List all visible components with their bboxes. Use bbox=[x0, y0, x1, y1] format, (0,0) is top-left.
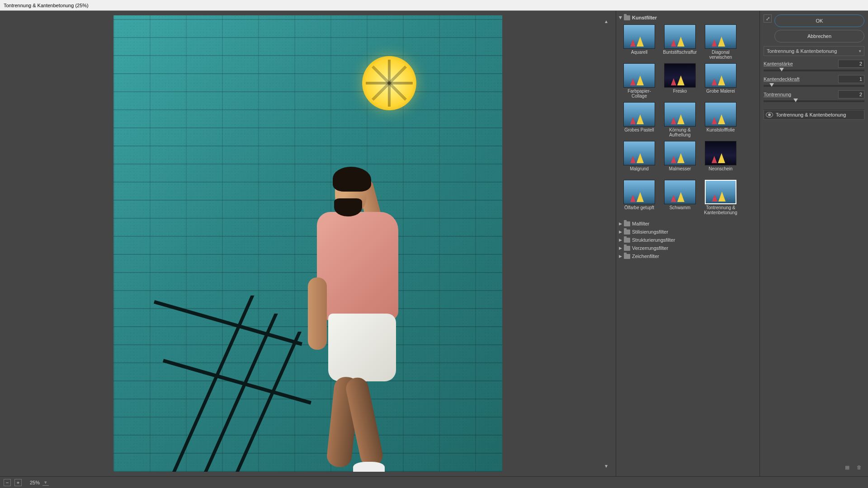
category-label: Verzerrungsfilter bbox=[632, 245, 668, 251]
kantenstaerke-slider[interactable] bbox=[764, 70, 864, 71]
window-titlebar: Tontrennung & Kantenbetonung (25%) bbox=[0, 0, 868, 11]
filter-gallery-panel: ▶ Kunstfilter AquarellBuntstiftschraffur… bbox=[616, 11, 760, 476]
thumbnail-image bbox=[623, 63, 655, 88]
disclosure-triangle-icon: ▶ bbox=[618, 16, 623, 19]
thumbnail-label: Diagonal verwischen bbox=[702, 50, 739, 60]
window-title: Tontrennung & Kantenbetonung (25%) bbox=[4, 3, 89, 8]
thumbnail-image bbox=[705, 24, 736, 49]
folder-icon bbox=[624, 238, 630, 243]
thumbnail-image bbox=[623, 180, 655, 204]
scroll-up-arrow[interactable]: ▲ bbox=[603, 18, 609, 24]
thumbnail-label: Farbpapier-Collage bbox=[621, 89, 658, 99]
thumbnail-image bbox=[664, 24, 696, 49]
tontrennung-input[interactable] bbox=[838, 90, 864, 99]
chevron-down-icon: ▾ bbox=[859, 49, 861, 53]
thumbnail-label: Aquarell bbox=[631, 50, 648, 60]
folder-icon bbox=[624, 246, 630, 251]
filter-thumbnail[interactable]: Malmesser bbox=[661, 141, 698, 176]
thumbnail-label: Grobes Pastell bbox=[624, 127, 654, 137]
disclosure-triangle-icon: ▶ bbox=[619, 221, 622, 226]
folder-icon bbox=[624, 230, 630, 235]
thumbnail-image bbox=[664, 180, 696, 204]
filter-select-value: Tontrennung & Kantenbetonung bbox=[767, 48, 837, 54]
kantendeckkraft-slider[interactable] bbox=[764, 85, 864, 87]
effect-layer-row[interactable]: Tontrennung & Kantenbetonung bbox=[764, 110, 864, 120]
category-row[interactable]: ▶Verzerrungsfilter bbox=[619, 244, 757, 252]
thumbnail-label: Ölfarbe getupft bbox=[624, 205, 654, 215]
category-kunstfilter[interactable]: ▶ Kunstfilter bbox=[619, 14, 757, 22]
settings-panel: ⤢ OK Abbrechen Tontrennung & Kantenbeton… bbox=[760, 11, 868, 476]
kantenstaerke-input[interactable] bbox=[838, 60, 864, 68]
filter-thumbnail[interactable]: Malgrund bbox=[621, 141, 658, 176]
filter-thumbnail[interactable]: Neonschein bbox=[702, 141, 739, 176]
filter-select-dropdown[interactable]: Tontrennung & Kantenbetonung ▾ bbox=[764, 46, 864, 56]
filter-thumbnail[interactable]: Ölfarbe getupft bbox=[621, 180, 658, 215]
disclosure-triangle-icon: ▶ bbox=[619, 230, 622, 234]
kantendeckkraft-input[interactable] bbox=[838, 75, 864, 83]
category-label: Strukturierungsfilter bbox=[632, 237, 675, 243]
thumbnail-image bbox=[664, 63, 696, 88]
thumbnail-label: Malgrund bbox=[630, 166, 649, 176]
folder-icon bbox=[624, 254, 630, 259]
thumbnail-image bbox=[623, 141, 655, 165]
cancel-button[interactable]: Abbrechen bbox=[774, 30, 864, 42]
thumbnail-label: Tontrennung & Kantenbetonung bbox=[702, 205, 739, 215]
effect-layers-panel: Tontrennung & Kantenbetonung bbox=[764, 109, 864, 458]
thumbnail-label: Schwamm bbox=[670, 205, 691, 215]
thumbnail-label: Neonschein bbox=[709, 166, 733, 176]
filter-thumbnail[interactable]: Fresko bbox=[661, 63, 698, 99]
category-row[interactable]: ▶Stilisierungsfilter bbox=[619, 228, 757, 236]
thumbnail-label: Fresko bbox=[673, 89, 687, 99]
filter-thumbnail[interactable]: Körnung & Aufhellung bbox=[661, 102, 698, 137]
thumbnail-image bbox=[664, 141, 696, 165]
tontrennung-slider[interactable] bbox=[764, 100, 864, 102]
preview-image[interactable] bbox=[113, 15, 502, 472]
param-label: Kantenstärke bbox=[764, 61, 793, 66]
new-layer-icon[interactable]: ▦ bbox=[844, 464, 851, 471]
folder-icon bbox=[624, 15, 630, 20]
filter-thumbnail[interactable]: Kunststofffolie bbox=[702, 102, 739, 137]
disclosure-triangle-icon: ▶ bbox=[619, 246, 622, 250]
ok-button[interactable]: OK bbox=[774, 14, 864, 27]
zoom-in-button[interactable]: + bbox=[14, 479, 22, 486]
preview-area: ▲ bbox=[0, 11, 616, 476]
thumbnail-image bbox=[705, 102, 736, 127]
thumbnail-image bbox=[623, 24, 655, 49]
category-row[interactable]: ▶Malfilter bbox=[619, 220, 757, 228]
category-label: Zeichenfilter bbox=[632, 253, 659, 259]
zoom-level: 25% bbox=[30, 480, 40, 485]
category-row[interactable]: ▶Strukturierungsfilter bbox=[619, 236, 757, 244]
visibility-eye-icon[interactable] bbox=[766, 112, 773, 117]
param-kantenstaerke: Kantenstärke bbox=[764, 60, 864, 71]
category-label: Stilisierungsfilter bbox=[632, 229, 668, 235]
thumbnail-image bbox=[664, 102, 696, 127]
zoom-out-button[interactable]: − bbox=[4, 479, 11, 486]
expand-collapse-icon[interactable]: ⤢ bbox=[764, 14, 772, 23]
filter-thumbnail[interactable]: Aquarell bbox=[621, 24, 658, 60]
category-row[interactable]: ▶Zeichenfilter bbox=[619, 252, 757, 260]
thumbnail-label: Malmesser bbox=[669, 166, 691, 176]
thumbnail-image bbox=[623, 102, 655, 127]
category-label: Kunstfilter bbox=[632, 15, 657, 20]
scroll-down-arrow[interactable]: ▼ bbox=[603, 463, 609, 469]
param-label: Tontrennung bbox=[764, 92, 791, 97]
filter-thumbnail[interactable]: Buntstiftschraffur bbox=[661, 24, 698, 60]
filter-thumbnail[interactable]: Schwamm bbox=[661, 180, 698, 215]
category-label: Malfilter bbox=[632, 221, 650, 226]
thumbnail-label: Buntstiftschraffur bbox=[663, 50, 697, 60]
param-tontrennung: Tontrennung bbox=[764, 90, 864, 102]
thumbnail-grid: AquarellBuntstiftschraffurDiagonal verwi… bbox=[619, 22, 757, 220]
filter-thumbnail[interactable]: Diagonal verwischen bbox=[702, 24, 739, 60]
disclosure-triangle-icon: ▶ bbox=[619, 238, 622, 242]
filter-thumbnail[interactable]: Grobe Malerei bbox=[702, 63, 739, 99]
thumbnail-image bbox=[705, 141, 736, 165]
disclosure-triangle-icon: ▶ bbox=[619, 254, 622, 258]
filter-thumbnail[interactable]: Farbpapier-Collage bbox=[621, 63, 658, 99]
filter-thumbnail[interactable]: Grobes Pastell bbox=[621, 102, 658, 137]
filter-thumbnail[interactable]: Tontrennung & Kantenbetonung bbox=[702, 180, 739, 215]
thumbnail-image bbox=[705, 63, 736, 88]
zoom-dropdown-icon[interactable]: ▾ bbox=[42, 479, 49, 486]
effect-layer-label: Tontrennung & Kantenbetonung bbox=[776, 112, 846, 117]
bottom-toolbar: − + 25% ▾ bbox=[0, 476, 868, 488]
delete-layer-icon[interactable]: 🗑 bbox=[855, 464, 863, 471]
